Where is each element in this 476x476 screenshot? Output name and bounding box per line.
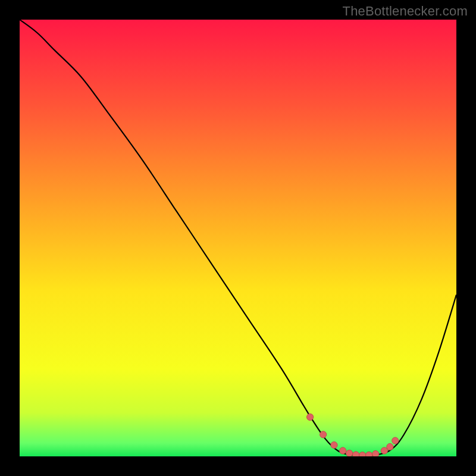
curve-marker — [353, 452, 359, 456]
curve-marker — [346, 450, 353, 456]
curve-marker — [381, 447, 387, 454]
curve-marker — [331, 441, 337, 448]
curve-marker — [387, 443, 393, 450]
marker-group — [307, 414, 399, 456]
curve-marker — [392, 437, 399, 444]
curve-line — [20, 20, 456, 456]
curve-marker — [320, 431, 327, 438]
watermark-text: TheBottlenecker.com — [343, 4, 468, 19]
chart-frame: TheBottlenecker.com — [0, 0, 476, 476]
curve-marker — [359, 452, 366, 456]
bottleneck-curve — [20, 20, 456, 456]
curve-marker — [366, 452, 372, 456]
curve-marker — [307, 414, 314, 420]
curve-marker — [340, 447, 346, 454]
curve-marker — [372, 450, 379, 456]
plot-area — [20, 20, 456, 456]
